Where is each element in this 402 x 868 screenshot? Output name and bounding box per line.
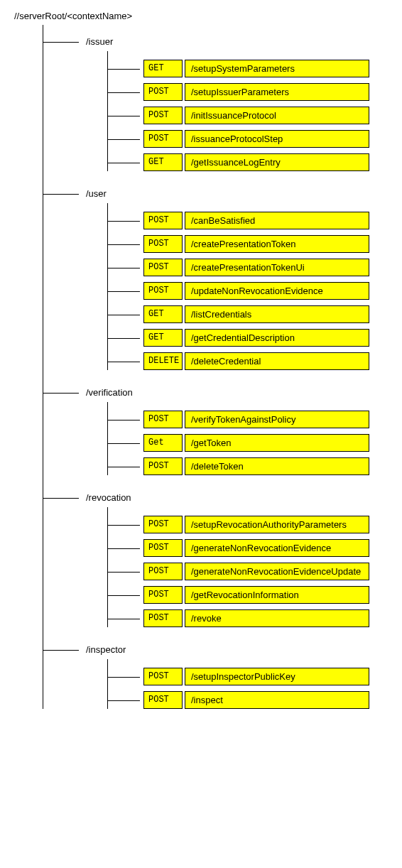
- endpoint-path: /deleteCredential: [185, 352, 369, 370]
- endpoint-path: /generateNonRevocationEvidence: [185, 539, 369, 557]
- http-method: POST: [143, 282, 183, 300]
- http-method: GET: [143, 60, 183, 77]
- endpoint-row: GET/getIssuanceLogEntry: [108, 153, 388, 171]
- endpoint-row: POST/generateNonRevocationEvidence: [108, 539, 388, 557]
- endpoint-path: /listCredentials: [185, 305, 369, 323]
- endpoint-list: GET/setupSystemParametersPOST/setupIssue…: [107, 51, 388, 171]
- endpoint-row: POST/verifyTokenAgainstPolicy: [108, 411, 388, 428]
- http-method: DELETE: [143, 352, 183, 370]
- http-method: POST: [143, 563, 183, 580]
- endpoint-row: GET/setupSystemParameters: [108, 60, 388, 77]
- endpoint-row: POST/canBeSatisfied: [108, 212, 388, 229]
- endpoint-path: /inspect: [185, 691, 369, 709]
- section-title: /issuer: [43, 32, 388, 51]
- endpoint-list: POST/setupRevocationAuthorityParametersP…: [107, 507, 388, 627]
- endpoint-row: GET/listCredentials: [108, 305, 388, 323]
- endpoint-path: /deleteToken: [185, 457, 369, 475]
- root-path: //serverRoot/<contextName>: [14, 7, 388, 25]
- section: /userPOST/canBeSatisfiedPOST/createPrese…: [43, 184, 388, 370]
- endpoint-row: POST/inspect: [108, 691, 388, 709]
- http-method: POST: [143, 691, 183, 709]
- endpoint-row: POST/setupIssuerParameters: [108, 83, 388, 101]
- endpoint-path: /createPresentationTokenUi: [185, 259, 369, 276]
- endpoint-path: /setupInspectorPublicKey: [185, 668, 369, 685]
- endpoint-row: POST/issuanceProtocolStep: [108, 130, 388, 148]
- endpoint-path: /getIssuanceLogEntry: [185, 153, 369, 171]
- endpoint-list: POST/canBeSatisfiedPOST/createPresentati…: [107, 203, 388, 370]
- endpoint-list: POST/verifyTokenAgainstPolicyGet/getToke…: [107, 402, 388, 475]
- endpoint-row: Get/getToken: [108, 434, 388, 452]
- section: /inspectorPOST/setupInspectorPublicKeyPO…: [43, 640, 388, 709]
- endpoint-row: POST/createPresentationToken: [108, 235, 388, 253]
- endpoint-row: POST/revoke: [108, 609, 388, 627]
- http-method: POST: [143, 107, 183, 124]
- endpoint-row: DELETE/deleteCredential: [108, 352, 388, 370]
- section-title: /user: [43, 184, 388, 203]
- endpoint-row: POST/deleteToken: [108, 457, 388, 475]
- endpoint-row: POST/getRevocationInformation: [108, 586, 388, 604]
- http-method: GET: [143, 153, 183, 171]
- endpoint-row: POST/initIssuanceProtocol: [108, 107, 388, 124]
- endpoint-path: /setupIssuerParameters: [185, 83, 369, 101]
- endpoint-path: /revoke: [185, 609, 369, 627]
- section-title: /revocation: [43, 488, 388, 507]
- http-method: POST: [143, 457, 183, 475]
- endpoint-path: /canBeSatisfied: [185, 212, 369, 229]
- endpoint-list: POST/setupInspectorPublicKeyPOST/inspect: [107, 659, 388, 709]
- endpoint-row: POST/setupInspectorPublicKey: [108, 668, 388, 685]
- endpoint-path: /createPresentationToken: [185, 235, 369, 253]
- api-tree: /issuerGET/setupSystemParametersPOST/set…: [43, 25, 388, 709]
- endpoint-path: /setupSystemParameters: [185, 60, 369, 77]
- endpoint-path: /issuanceProtocolStep: [185, 130, 369, 148]
- http-method: POST: [143, 411, 183, 428]
- endpoint-row: POST/updateNonRevocationEvidence: [108, 282, 388, 300]
- endpoint-path: /getRevocationInformation: [185, 586, 369, 604]
- endpoint-row: POST/setupRevocationAuthorityParameters: [108, 516, 388, 533]
- http-method: Get: [143, 434, 183, 452]
- http-method: GET: [143, 305, 183, 323]
- endpoint-row: GET/getCredentialDescription: [108, 329, 388, 347]
- endpoint-path: /getCredentialDescription: [185, 329, 369, 347]
- endpoint-path: /updateNonRevocationEvidence: [185, 282, 369, 300]
- endpoint-row: POST/generateNonRevocationEvidenceUpdate: [108, 563, 388, 580]
- http-method: POST: [143, 235, 183, 253]
- section-title: /verification: [43, 383, 388, 402]
- section: /issuerGET/setupSystemParametersPOST/set…: [43, 32, 388, 171]
- section-title: /inspector: [43, 640, 388, 659]
- http-method: POST: [143, 609, 183, 627]
- http-method: POST: [143, 212, 183, 229]
- http-method: POST: [143, 516, 183, 533]
- http-method: POST: [143, 259, 183, 276]
- http-method: POST: [143, 586, 183, 604]
- http-method: POST: [143, 83, 183, 101]
- endpoint-row: POST/createPresentationTokenUi: [108, 259, 388, 276]
- http-method: GET: [143, 329, 183, 347]
- http-method: POST: [143, 539, 183, 557]
- endpoint-path: /initIssuanceProtocol: [185, 107, 369, 124]
- http-method: POST: [143, 130, 183, 148]
- section: /revocationPOST/setupRevocationAuthority…: [43, 488, 388, 627]
- section: /verificationPOST/verifyTokenAgainstPoli…: [43, 383, 388, 475]
- endpoint-path: /verifyTokenAgainstPolicy: [185, 411, 369, 428]
- endpoint-path: /getToken: [185, 434, 369, 452]
- endpoint-path: /setupRevocationAuthorityParameters: [185, 516, 369, 533]
- endpoint-path: /generateNonRevocationEvidenceUpdate: [185, 563, 369, 580]
- http-method: POST: [143, 668, 183, 685]
